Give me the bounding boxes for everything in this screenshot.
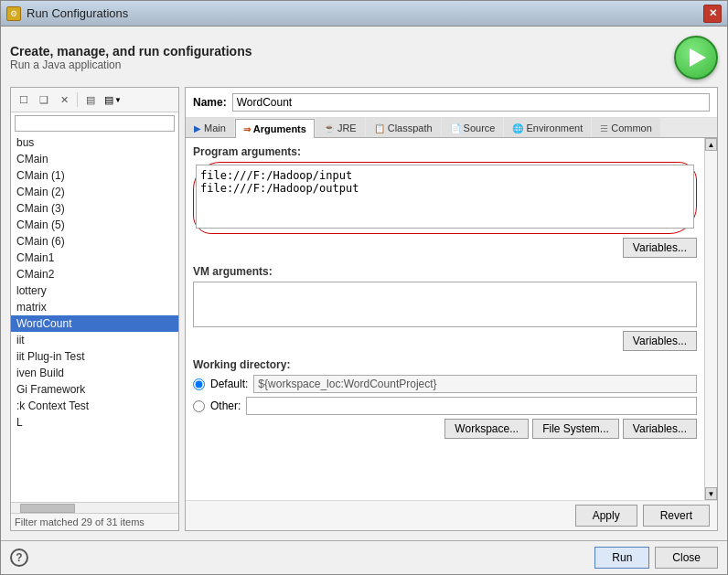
default-dir-input[interactable] — [253, 375, 697, 393]
program-args-container: file:///F:/Hadoop/input file:///F:/Hadoo… — [193, 162, 697, 234]
run-button[interactable] — [674, 36, 718, 80]
copy-config-button[interactable]: ❑ — [35, 91, 53, 109]
panel-scrollbar[interactable]: ▲ ▼ — [704, 138, 717, 500]
other-radio-row: Other: — [193, 397, 697, 415]
list-item[interactable]: lottery — [11, 282, 178, 299]
program-args-label: Program arguments: — [193, 145, 697, 158]
tabs-bar: ▶ Main ⇒ Arguments ☕ JRE 📋 — [186, 118, 717, 138]
list-item[interactable]: CMain (3) — [11, 200, 178, 217]
list-item[interactable]: CMain1 — [11, 250, 178, 266]
main-window: ⚙ Run Configurations ✕ Create, manage, a… — [0, 0, 728, 575]
other-dir-input[interactable] — [246, 397, 697, 415]
right-panel-wrapper: Name: ▶ Main ⇒ Arguments — [185, 87, 718, 531]
tab-arguments[interactable]: ⇒ Arguments — [235, 119, 315, 138]
vm-args-variables-row: Variables... — [193, 331, 697, 351]
other-radio[interactable] — [193, 400, 205, 412]
program-args-input[interactable]: file:///F:/Hadoop/input file:///F:/Hadoo… — [196, 165, 694, 229]
filter-text: Filter matched 29 of 31 items — [11, 513, 178, 530]
header-title: Create, manage, and run configurations — [10, 44, 252, 59]
filter-dropdown[interactable]: ▤ ▼ — [102, 93, 124, 107]
vm-args-variables-button[interactable]: Variables... — [623, 331, 697, 351]
tab-content-wrapper: Program arguments: file:///F:/Hadoop/inp… — [186, 138, 717, 500]
program-args-section: Program arguments: file:///F:/Hadoop/inp… — [193, 145, 697, 258]
apply-revert-row: Apply Revert — [186, 500, 717, 530]
view-button[interactable]: ▤ — [81, 91, 100, 109]
scroll-track — [705, 151, 717, 487]
title-bar-left: ⚙ Run Configurations — [6, 6, 128, 21]
footer-buttons: Run Close — [594, 547, 718, 569]
name-label: Name: — [193, 96, 227, 109]
window-icon: ⚙ — [6, 6, 21, 21]
list-item[interactable]: CMain2 — [11, 266, 178, 282]
header-subtitle: Run a Java application — [10, 59, 252, 71]
default-radio-row: Default: — [193, 375, 697, 393]
list-item[interactable]: iit — [11, 332, 178, 348]
run-icon — [690, 48, 706, 67]
list-item[interactable]: :k Context Test — [11, 398, 178, 414]
list-item[interactable]: L — [11, 414, 178, 431]
name-bar: Name: — [186, 88, 717, 118]
default-radio[interactable] — [193, 378, 205, 390]
left-panel: ☐ ❑ ✕ ▤ ▤ ▼ bus CMain CMain (1) CMain (2… — [10, 87, 179, 531]
close-button[interactable]: Close — [655, 547, 718, 569]
list-item[interactable]: iit Plug-in Test — [11, 348, 178, 365]
list-item-selected[interactable]: WordCount — [11, 315, 178, 332]
list-item[interactable]: CMain (1) — [11, 167, 178, 184]
header-text: Create, manage, and run configurations R… — [10, 44, 252, 71]
list-item[interactable]: CMain (5) — [11, 217, 178, 233]
vm-args-input[interactable] — [193, 282, 697, 327]
tab-arguments-label: Arguments — [253, 123, 306, 134]
default-label: Default: — [210, 378, 248, 390]
working-dir-section: Working directory: Default: Other: — [193, 358, 697, 439]
config-list: bus CMain CMain (1) CMain (2) CMain (3) … — [11, 134, 178, 502]
main-panel: ☐ ❑ ✕ ▤ ▤ ▼ bus CMain CMain (1) CMain (2… — [10, 87, 718, 531]
footer-bar: ? Run Close — [1, 540, 727, 574]
arguments-tab-icon: ⇒ — [243, 124, 251, 134]
apply-button[interactable]: Apply — [575, 505, 637, 527]
delete-config-button[interactable]: ✕ — [55, 91, 73, 109]
tab-common[interactable]: ☰ Common — [592, 118, 660, 137]
vm-args-label: VM arguments: — [193, 265, 697, 278]
left-toolbar: ☐ ❑ ✕ ▤ ▤ ▼ — [11, 88, 178, 112]
new-config-button[interactable]: ☐ — [15, 91, 33, 109]
name-input[interactable] — [232, 93, 710, 112]
tab-jre[interactable]: ☕ JRE — [316, 118, 365, 137]
window-content: Create, manage, and run configurations R… — [1, 27, 727, 540]
tab-classpath[interactable]: 📋 Classpath — [366, 118, 441, 137]
tab-main[interactable]: ▶ Main — [186, 118, 234, 137]
filesystem-button[interactable]: File System... — [532, 419, 619, 439]
vm-args-section: VM arguments: Variables... — [193, 265, 697, 351]
search-input[interactable] — [15, 115, 175, 132]
list-item[interactable]: CMain (2) — [11, 184, 178, 200]
dir-buttons-row: Workspace... File System... Variables... — [193, 419, 697, 439]
filter-icon: ▤ — [104, 94, 113, 106]
tab-environment[interactable]: 🌐 Environment — [504, 118, 591, 137]
environment-tab-icon: 🌐 — [512, 123, 523, 133]
scroll-thumb[interactable] — [20, 504, 75, 513]
program-args-variables-button[interactable]: Variables... — [623, 238, 697, 258]
list-item[interactable]: Gi Framework — [11, 381, 178, 398]
working-dir-label: Working directory: — [193, 358, 697, 371]
workspace-button[interactable]: Workspace... — [444, 419, 529, 439]
list-item[interactable]: matrix — [11, 299, 178, 315]
tab-source[interactable]: 📄 Source — [442, 118, 504, 137]
list-item[interactable]: CMain (6) — [11, 233, 178, 250]
list-item[interactable]: CMain — [11, 151, 178, 167]
main-tab-icon: ▶ — [194, 123, 201, 133]
chevron-down-icon: ▼ — [114, 96, 122, 104]
scroll-up-button[interactable]: ▲ — [705, 138, 717, 151]
header-section: Create, manage, and run configurations R… — [10, 36, 718, 80]
dir-variables-button[interactable]: Variables... — [623, 419, 697, 439]
horizontal-scrollbar[interactable] — [11, 502, 178, 513]
scroll-down-button[interactable]: ▼ — [705, 487, 717, 500]
revert-button[interactable]: Revert — [643, 505, 710, 527]
list-item[interactable]: iven Build — [11, 365, 178, 381]
tab-source-label: Source — [464, 122, 496, 133]
run-footer-button[interactable]: Run — [594, 547, 649, 569]
arguments-tab-content: Program arguments: file:///F:/Hadoop/inp… — [186, 138, 704, 500]
list-item[interactable]: bus — [11, 134, 178, 151]
tab-common-label: Common — [611, 122, 652, 133]
help-button[interactable]: ? — [10, 548, 28, 567]
other-label: Other: — [210, 399, 241, 412]
close-window-button[interactable]: ✕ — [703, 5, 722, 23]
